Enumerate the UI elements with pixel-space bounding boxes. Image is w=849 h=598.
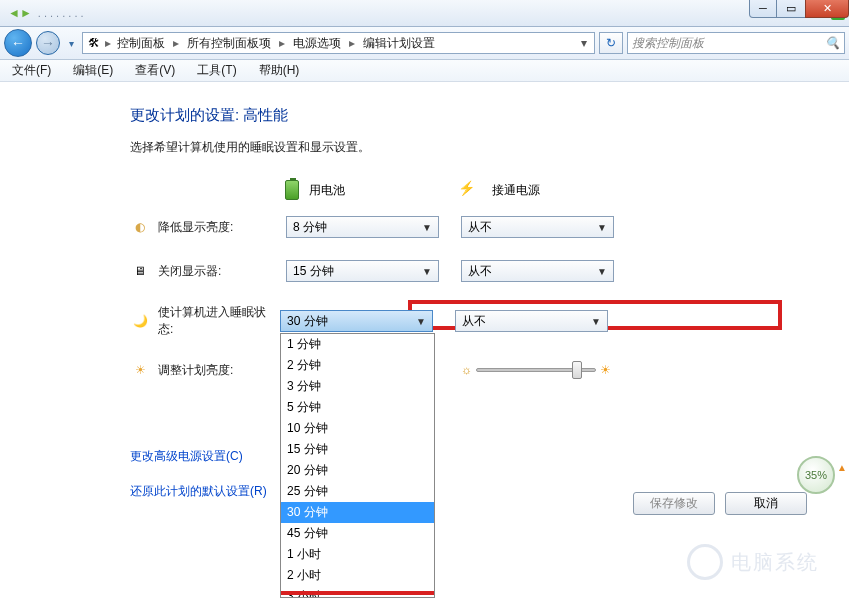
history-dropdown-button[interactable]: ▾ [64, 32, 78, 54]
chevron-down-icon: ▼ [597, 266, 607, 277]
slider-track[interactable] [476, 368, 596, 372]
dim-battery-dropdown[interactable]: 8 分钟 ▼ [286, 216, 439, 238]
dropdown-value: 从不 [462, 313, 486, 330]
setting-row-sleep: 使计算机进入睡眠状态: 30 分钟 ▼ 1 分钟2 分钟3 分钟5 分钟10 分… [130, 304, 849, 338]
control-panel-icon: 🛠 [85, 34, 103, 52]
column-headers: 用电池 接通电源 [130, 180, 849, 200]
menu-bar: 文件(F) 编辑(E) 查看(V) 工具(T) 帮助(H) [0, 60, 849, 82]
brightness-label: 调整计划亮度: [158, 362, 286, 379]
content-area: 更改计划的设置: 高性能 选择希望计算机使用的睡眠设置和显示设置。 用电池 接通… [0, 82, 849, 500]
breadcrumb-item[interactable]: 编辑计划设置 [359, 33, 439, 54]
chevron-down-icon: ▼ [422, 266, 432, 277]
dropdown-option[interactable]: 2 分钟 [281, 355, 434, 376]
dropdown-list: 1 分钟2 分钟3 分钟5 分钟10 分钟15 分钟20 分钟25 分钟30 分… [280, 333, 435, 598]
breadcrumb-separator: ▸ [277, 36, 287, 50]
plugged-column-header: 接通电源 [460, 182, 635, 199]
advanced-settings-link[interactable]: 更改高级电源设置(C) [130, 448, 849, 465]
plug-icon [460, 184, 482, 196]
save-button[interactable]: 保存修改 [633, 492, 715, 515]
brightness-plugged-slider[interactable]: ☼ ☀ [461, 363, 614, 377]
setting-row-dim: 降低显示亮度: 8 分钟 ▼ 从不 ▼ [130, 216, 849, 238]
window-controls: ─ ▭ ✕ [749, 0, 849, 18]
brightness-icon [130, 360, 150, 380]
watermark-text: 电脑系统 [731, 549, 819, 576]
display-plugged-dropdown[interactable]: 从不 ▼ [461, 260, 614, 282]
dropdown-option[interactable]: 3 分钟 [281, 376, 434, 397]
battery-badge: 35% [797, 456, 835, 494]
chevron-down-icon: ▼ [422, 222, 432, 233]
cancel-button[interactable]: 取消 [725, 492, 807, 515]
breadcrumb-separator: ▸ [171, 36, 181, 50]
menu-help[interactable]: 帮助(H) [255, 60, 304, 81]
dropdown-value: 从不 [468, 219, 492, 236]
action-buttons: 保存修改 取消 [633, 492, 807, 515]
address-dropdown-icon[interactable]: ▾ [576, 36, 592, 50]
search-icon: 🔍 [825, 36, 840, 50]
titlebar-text: . . . . . . . . [38, 7, 831, 19]
sleep-plugged-dropdown[interactable]: 从不 ▼ [455, 310, 608, 332]
sleep-label: 使计算机进入睡眠状态: [158, 304, 280, 338]
dropdown-option[interactable]: 1 分钟 [281, 334, 434, 355]
navigation-bar: ← → ▾ 🛠 ▸ 控制面板 ▸ 所有控制面板项 ▸ 电源选项 ▸ 编辑计划设置… [0, 27, 849, 60]
breadcrumb-item[interactable]: 电源选项 [289, 33, 345, 54]
forward-button[interactable]: → [36, 31, 60, 55]
breadcrumb-separator: ▸ [103, 36, 113, 50]
dropdown-option[interactable]: 2 小时 [281, 565, 434, 586]
sleep-icon [130, 311, 150, 331]
dim-brightness-icon [130, 217, 150, 237]
chevron-down-icon: ▼ [416, 316, 426, 327]
menu-tools[interactable]: 工具(T) [193, 60, 240, 81]
menu-view[interactable]: 查看(V) [131, 60, 179, 81]
search-placeholder: 搜索控制面板 [632, 35, 704, 52]
slider-thumb[interactable] [572, 361, 582, 379]
chevron-down-icon: ▼ [597, 222, 607, 233]
watermark: 电脑系统 [687, 544, 819, 580]
dim-plugged-dropdown[interactable]: 从不 ▼ [461, 216, 614, 238]
setting-row-display: 关闭显示器: 15 分钟 ▼ 从不 ▼ [130, 260, 849, 282]
refresh-button[interactable]: ↻ [599, 32, 623, 54]
breadcrumb-separator: ▸ [347, 36, 357, 50]
battery-icon [285, 180, 299, 200]
dropdown-option[interactable]: 15 分钟 [281, 439, 434, 460]
dropdown-option[interactable]: 20 分钟 [281, 460, 434, 481]
search-input[interactable]: 搜索控制面板 🔍 [627, 32, 845, 54]
display-label: 关闭显示器: [158, 263, 286, 280]
dropdown-option[interactable]: 5 分钟 [281, 397, 434, 418]
back-button[interactable]: ← [4, 29, 32, 57]
dropdown-value: 30 分钟 [287, 313, 328, 330]
dropdown-value: 8 分钟 [293, 219, 327, 236]
breadcrumb-item[interactable]: 所有控制面板项 [183, 33, 275, 54]
chevron-down-icon: ▼ [591, 316, 601, 327]
page-title: 更改计划的设置: 高性能 [130, 106, 849, 125]
annotation-highlight [280, 591, 435, 598]
address-bar[interactable]: 🛠 ▸ 控制面板 ▸ 所有控制面板项 ▸ 电源选项 ▸ 编辑计划设置 ▾ [82, 32, 595, 54]
breadcrumb-item[interactable]: 控制面板 [113, 33, 169, 54]
battery-label: 用电池 [309, 182, 345, 199]
dropdown-option[interactable]: 30 分钟 [281, 502, 434, 523]
plugged-label: 接通电源 [492, 182, 540, 199]
sleep-battery-dropdown[interactable]: 30 分钟 ▼ 1 分钟2 分钟3 分钟5 分钟10 分钟15 分钟20 分钟2… [280, 310, 433, 332]
menu-file[interactable]: 文件(F) [8, 60, 55, 81]
menu-edit[interactable]: 编辑(E) [69, 60, 117, 81]
dropdown-value: 15 分钟 [293, 263, 334, 280]
minimize-button[interactable]: ─ [749, 0, 777, 18]
dropdown-option[interactable]: 25 分钟 [281, 481, 434, 502]
titlebar-nav-icon: ◄► [8, 6, 32, 20]
sun-bright-icon: ☀ [600, 363, 611, 377]
dim-label: 降低显示亮度: [158, 219, 286, 236]
dropdown-option[interactable]: 1 小时 [281, 544, 434, 565]
sun-dim-icon: ☼ [461, 363, 472, 377]
maximize-button[interactable]: ▭ [777, 0, 805, 18]
page-description: 选择希望计算机使用的睡眠设置和显示设置。 [130, 139, 849, 156]
window-titlebar: ◄► . . . . . . . . ─ ▭ ✕ [0, 0, 849, 27]
monitor-icon [130, 261, 150, 281]
dropdown-option[interactable]: 45 分钟 [281, 523, 434, 544]
setting-row-brightness: 调整计划亮度: ☼ ☀ ☼ ☀ [130, 360, 849, 380]
dropdown-value: 从不 [468, 263, 492, 280]
display-battery-dropdown[interactable]: 15 分钟 ▼ [286, 260, 439, 282]
dropdown-option[interactable]: 10 分钟 [281, 418, 434, 439]
breadcrumb: 控制面板 ▸ 所有控制面板项 ▸ 电源选项 ▸ 编辑计划设置 [113, 33, 576, 54]
close-button[interactable]: ✕ [805, 0, 849, 18]
watermark-logo-icon [687, 544, 723, 580]
battery-column-header: 用电池 [285, 180, 460, 200]
